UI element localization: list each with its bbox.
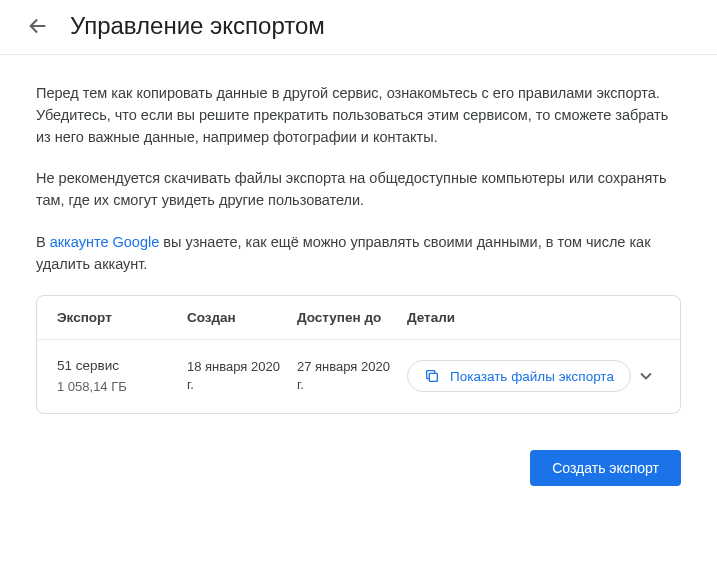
intro-paragraph-3: В аккаунте Google вы узнаете, как ещё мо… — [36, 232, 681, 276]
table-row: 51 сервис 1 058,14 ГБ 18 января 2020 г. … — [37, 340, 680, 412]
th-available: Доступен до — [297, 310, 407, 325]
expand-button[interactable] — [632, 362, 660, 390]
chevron-down-icon — [636, 366, 656, 386]
cell-export: 51 сервис 1 058,14 ГБ — [57, 358, 187, 394]
footer-actions: Создать экспорт — [0, 434, 717, 486]
th-details: Детали — [407, 310, 660, 325]
service-count: 51 сервис — [57, 358, 187, 373]
th-export: Экспорт — [57, 310, 187, 325]
page-header: Управление экспортом — [0, 0, 717, 55]
main-content: Перед тем как копировать данные в другой… — [0, 55, 717, 434]
show-files-label: Показать файлы экспорта — [450, 369, 614, 384]
cell-details: Показать файлы экспорта — [407, 360, 660, 392]
cell-available: 27 января 2020 г. — [297, 358, 407, 394]
intro-paragraph-1: Перед тем как копировать данные в другой… — [36, 83, 681, 148]
google-account-link[interactable]: аккаунте Google — [50, 234, 160, 250]
cell-created: 18 января 2020 г. — [187, 358, 297, 394]
th-created: Создан — [187, 310, 297, 325]
show-files-button[interactable]: Показать файлы экспорта — [407, 360, 631, 392]
create-export-button[interactable]: Создать экспорт — [530, 450, 681, 486]
svg-rect-1 — [429, 374, 437, 382]
copy-icon — [424, 368, 440, 384]
intro-paragraph-2: Не рекомендуется скачивать файлы экспорт… — [36, 168, 681, 212]
p3-prefix: В — [36, 234, 50, 250]
page-title: Управление экспортом — [70, 12, 325, 40]
exports-card: Экспорт Создан Доступен до Детали 51 сер… — [36, 295, 681, 413]
table-header-row: Экспорт Создан Доступен до Детали — [37, 296, 680, 340]
arrow-left-icon — [27, 15, 49, 37]
back-button[interactable] — [24, 12, 52, 40]
export-size: 1 058,14 ГБ — [57, 379, 187, 394]
